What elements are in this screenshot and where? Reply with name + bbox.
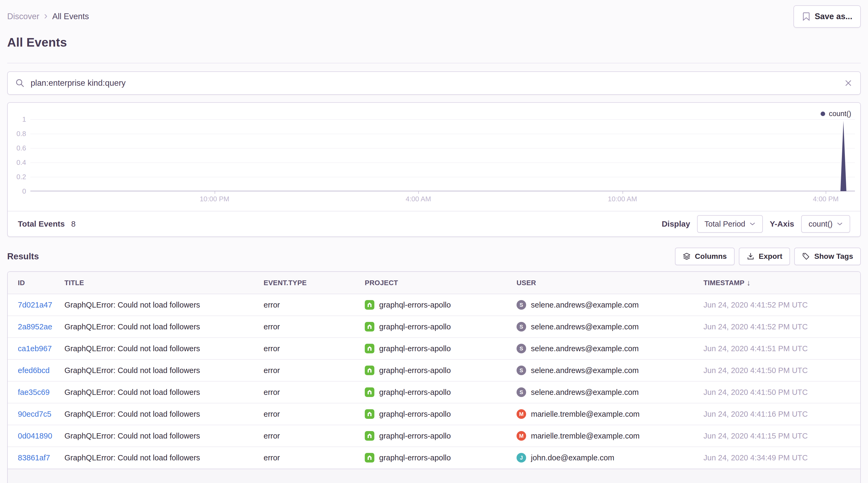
columns-button[interactable]: Columns: [675, 248, 735, 265]
table-row: 83861af7 GraphQLError: Could not load fo…: [8, 447, 860, 469]
project-platform-icon: [365, 300, 374, 310]
table-footer-strip: [8, 469, 860, 483]
chart-spike: [30, 119, 855, 191]
user-avatar: M: [517, 431, 526, 441]
display-dropdown-value: Total Period: [705, 220, 745, 229]
event-title: GraphQLError: Could not load followers: [64, 410, 264, 419]
event-id-link[interactable]: 7d021a47: [18, 301, 52, 309]
y-axis-dropdown-value: count(): [809, 220, 833, 229]
column-header-user[interactable]: USER: [517, 279, 704, 287]
y-tick-label: 0.2: [17, 173, 26, 181]
table-row: 7d021a47 GraphQLError: Could not load fo…: [8, 294, 860, 316]
event-title: GraphQLError: Could not load followers: [64, 388, 264, 397]
save-as-button[interactable]: Save as...: [794, 5, 861, 28]
event-type: error: [264, 388, 365, 397]
user-avatar: S: [517, 387, 526, 397]
column-header-timestamp[interactable]: TIMESTAMP↓: [704, 278, 860, 287]
columns-label: Columns: [695, 252, 727, 261]
project-name: graphql-errors-apollo: [379, 410, 451, 419]
events-chart-panel: count() 1 0.8 0.6 0.4 0.2 0 10:00 PM: [7, 102, 861, 237]
table-row: 2a8952ae GraphQLError: Could not load fo…: [8, 316, 860, 338]
project-name: graphql-errors-apollo: [379, 323, 451, 331]
display-dropdown[interactable]: Total Period: [697, 215, 763, 233]
table-row: efed6bcd GraphQLError: Could not load fo…: [8, 360, 860, 382]
table-row: 90ecd7c5 GraphQLError: Could not load fo…: [8, 403, 860, 425]
search-input[interactable]: [31, 78, 844, 88]
event-type: error: [264, 432, 365, 441]
event-timestamp: Jun 24, 2020 4:41:51 PM UTC: [704, 344, 860, 353]
legend-label: count(): [829, 110, 851, 118]
chevron-down-icon: [749, 222, 755, 226]
user-avatar: M: [517, 409, 526, 419]
y-axis-dropdown[interactable]: count(): [801, 215, 850, 233]
event-title: GraphQLError: Could not load followers: [64, 366, 264, 375]
x-tick: [826, 191, 826, 194]
project-platform-icon: [365, 409, 374, 419]
column-header-title[interactable]: TITLE: [64, 279, 264, 287]
event-timestamp: Jun 24, 2020 4:34:49 PM UTC: [704, 453, 860, 462]
column-header-event-type[interactable]: EVENT.TYPE: [264, 279, 365, 287]
project-platform-icon: [365, 453, 374, 462]
tag-icon: [802, 252, 810, 261]
chart-footer: Total Events 8 Display Total Period Y-Ax…: [8, 211, 860, 236]
project-name: graphql-errors-apollo: [379, 453, 451, 462]
user-avatar: S: [517, 344, 526, 353]
event-type: error: [264, 323, 365, 331]
user-avatar: S: [517, 300, 526, 310]
event-title: GraphQLError: Could not load followers: [64, 453, 264, 462]
display-label: Display: [662, 219, 690, 229]
y-tick-label: 0: [22, 187, 26, 195]
user-avatar: S: [517, 366, 526, 375]
results-toolbar: Results Columns Export Show Tags: [7, 247, 861, 266]
event-type: error: [264, 410, 365, 419]
chart-plot-area: 1 0.8 0.6 0.4 0.2 0 10:00 PM 4:00 AM 10:…: [30, 119, 855, 191]
x-tick-label: 4:00 AM: [405, 195, 431, 203]
project-name: graphql-errors-apollo: [379, 301, 451, 309]
discover-page: Discover › All Events All Events Save as…: [0, 0, 868, 483]
download-icon: [747, 252, 754, 261]
chart-legend[interactable]: count(): [820, 110, 851, 118]
event-id-link[interactable]: fae35c69: [18, 388, 50, 396]
export-label: Export: [759, 252, 782, 261]
column-header-id[interactable]: ID: [8, 279, 64, 287]
project-platform-icon: [365, 431, 374, 441]
user-email: selene.andrews@example.com: [531, 388, 639, 397]
user-email: marielle.tremble@example.com: [531, 432, 640, 441]
breadcrumb-all-events: All Events: [52, 12, 89, 21]
event-timestamp: Jun 24, 2020 4:41:52 PM UTC: [704, 301, 860, 309]
export-button[interactable]: Export: [739, 248, 790, 265]
project-platform-icon: [365, 366, 374, 375]
event-title: GraphQLError: Could not load followers: [64, 344, 264, 353]
project-name: graphql-errors-apollo: [379, 388, 451, 397]
search-bar: [7, 71, 861, 95]
page-title: All Events: [7, 35, 861, 50]
y-tick-label: 1: [22, 115, 26, 124]
show-tags-button[interactable]: Show Tags: [794, 248, 861, 265]
clear-search-icon[interactable]: [844, 79, 853, 88]
event-title: GraphQLError: Could not load followers: [64, 301, 264, 309]
breadcrumb-discover[interactable]: Discover: [7, 12, 39, 21]
save-as-label: Save as...: [815, 12, 852, 21]
event-id-link[interactable]: efed6bcd: [18, 366, 50, 374]
project-name: graphql-errors-apollo: [379, 432, 451, 441]
event-type: error: [264, 301, 365, 309]
table-header-row: ID TITLE EVENT.TYPE PROJECT USER TIMESTA…: [8, 272, 860, 294]
event-type: error: [264, 453, 365, 462]
events-chart: count() 1 0.8 0.6 0.4 0.2 0 10:00 PM: [8, 103, 860, 211]
event-title: GraphQLError: Could not load followers: [64, 323, 264, 331]
y-tick-label: 0.8: [17, 130, 26, 138]
breadcrumb-separator-icon: ›: [44, 12, 48, 20]
event-id-link[interactable]: 83861af7: [18, 453, 50, 462]
event-id-link[interactable]: 2a8952ae: [18, 323, 52, 331]
event-timestamp: Jun 24, 2020 4:41:52 PM UTC: [704, 323, 860, 331]
total-events-label: Total Events: [18, 219, 65, 229]
event-id-link[interactable]: 90ecd7c5: [18, 410, 52, 418]
results-heading: Results: [7, 251, 39, 262]
table-row: ca1eb967 GraphQLError: Could not load fo…: [8, 338, 860, 360]
event-id-link[interactable]: ca1eb967: [18, 344, 52, 353]
column-header-project[interactable]: PROJECT: [365, 279, 517, 287]
event-id-link[interactable]: 0d041890: [18, 432, 52, 440]
event-type: error: [264, 344, 365, 353]
y-tick-label: 0.6: [17, 144, 26, 152]
event-timestamp: Jun 24, 2020 4:41:16 PM UTC: [704, 410, 860, 419]
